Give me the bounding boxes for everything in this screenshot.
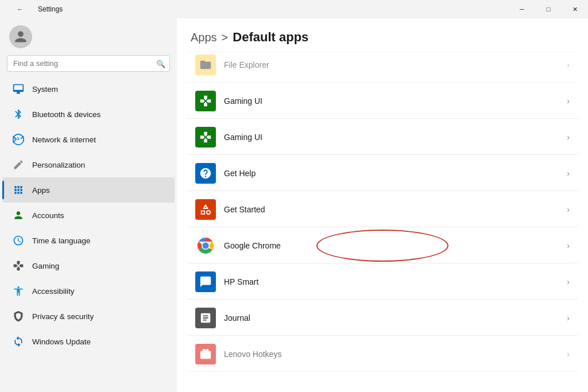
nav-list: SystemBluetooth & devicesNetwork & inter… (0, 76, 177, 354)
apps-icon (11, 183, 25, 197)
app-item-left-gethelp: Get Help (195, 163, 256, 184)
sidebar-item-system[interactable]: System (2, 76, 175, 102)
sidebar-item-accessibility[interactable]: Accessibility (2, 278, 175, 304)
page-title: Default apps (233, 30, 308, 45)
sidebar-item-bluetooth[interactable]: Bluetooth & devices (2, 102, 175, 127)
getstarted-app-icon (195, 199, 216, 220)
app-item-left-journal: Journal (195, 308, 250, 328)
personalization-icon (11, 158, 25, 172)
hpsmart-app-icon (195, 271, 216, 292)
sidebar-item-apps[interactable]: Apps (2, 177, 175, 203)
app-title: Settings (38, 5, 63, 13)
gaming-icon (11, 259, 25, 273)
gaming2-app-icon (195, 127, 216, 148)
sidebar-item-personalization[interactable]: Personalization (2, 152, 175, 177)
update-icon (11, 335, 25, 348)
app-name-getstarted: Get Started (224, 205, 265, 214)
sidebar-item-label-time: Time & language (32, 236, 91, 245)
titlebar: ← Settings ─ □ ✕ (0, 0, 588, 18)
app-name-gethelp: Get Help (224, 169, 256, 178)
bluetooth-icon (11, 107, 25, 121)
chrome-app-icon (195, 235, 216, 256)
app-item-gaming2[interactable]: Gaming UI › (186, 120, 579, 155)
chevron-right-hpsmart: › (567, 277, 570, 286)
sidebar-item-accounts[interactable]: Accounts (2, 203, 175, 228)
svg-point-3 (203, 243, 209, 249)
accessibility-icon (11, 284, 25, 298)
search-icon: 🔍 (156, 59, 165, 68)
sidebar-item-label-network: Network & internet (32, 135, 96, 144)
sidebar: 🔍 SystemBluetooth & devicesNetwork & int… (0, 18, 177, 392)
time-icon (11, 234, 25, 247)
chevron-right-gethelp: › (567, 169, 570, 178)
app-name-gaming1: Gaming UI (224, 96, 262, 106)
chevron-right-gaming1: › (567, 96, 570, 106)
sidebar-item-time[interactable]: Time & language (2, 228, 175, 253)
breadcrumb-separator: > (222, 31, 229, 44)
search-box[interactable]: 🔍 (7, 55, 170, 72)
content-area: Apps > Default apps File Explorer › Gami… (177, 18, 588, 392)
network-icon (11, 133, 25, 146)
sidebar-item-label-update: Windows Update (32, 337, 91, 346)
avatar-icon (14, 30, 28, 44)
app-name-hpsmart: HP Smart (224, 277, 258, 286)
sidebar-item-label-privacy: Privacy & security (32, 312, 94, 321)
app-item-left-getstarted: Get Started (195, 199, 265, 220)
chrome-highlight-oval (316, 230, 448, 262)
breadcrumb-parent[interactable]: Apps (191, 31, 217, 44)
sidebar-item-network[interactable]: Network & internet (2, 127, 175, 152)
avatar[interactable] (9, 25, 32, 48)
app-item-left: File Explorer (195, 55, 269, 75)
sidebar-item-update[interactable]: Windows Update (2, 329, 175, 354)
search-input[interactable] (7, 55, 170, 72)
chevron-right-journal: › (567, 313, 570, 323)
app-item-getstarted[interactable]: Get Started › (186, 192, 579, 227)
app-name-file-explorer: File Explorer (224, 60, 269, 69)
titlebar-left: ← Settings (7, 0, 63, 18)
window-controls: ─ □ ✕ (509, 0, 588, 18)
app-name-lenovo: Lenovo Hotkeys (224, 350, 281, 359)
sidebar-item-label-accessibility: Accessibility (32, 287, 75, 296)
app-item-left-gaming1: Gaming UI (195, 91, 262, 111)
app-name-gaming2: Gaming UI (224, 133, 262, 142)
minimize-button[interactable]: ─ (509, 0, 535, 18)
chevron-right-gaming2: › (567, 133, 570, 142)
sidebar-item-label-apps: Apps (32, 186, 50, 195)
app-name-journal: Journal (224, 313, 250, 323)
sidebar-item-privacy[interactable]: Privacy & security (2, 304, 175, 329)
sidebar-item-label-system: System (32, 85, 58, 94)
lenovo-app-icon (195, 344, 216, 364)
app-item-gethelp[interactable]: Get Help › (186, 156, 579, 191)
app-list: File Explorer › Gaming UI › Gaming UI › … (177, 52, 588, 372)
accounts-icon (11, 208, 25, 222)
sidebar-item-label-gaming: Gaming (32, 262, 59, 270)
gethelp-app-icon (195, 163, 216, 184)
app-item-file-explorer[interactable]: File Explorer › (186, 52, 579, 83)
maximize-button[interactable]: □ (535, 0, 562, 18)
app-item-left-gaming2: Gaming UI (195, 127, 262, 148)
chevron-right-file-explorer: › (567, 60, 570, 69)
app-name-chrome: Google Chrome (224, 241, 281, 250)
content-header: Apps > Default apps (177, 18, 588, 52)
back-button[interactable]: ← (7, 0, 33, 18)
app-item-chrome[interactable]: Google Chrome › (186, 228, 579, 263)
app-item-gaming1[interactable]: Gaming UI › (186, 84, 579, 119)
app-item-journal[interactable]: Journal › (186, 301, 579, 336)
privacy-icon (11, 309, 25, 323)
sidebar-item-gaming[interactable]: Gaming (2, 253, 175, 278)
main-layout: 🔍 SystemBluetooth & devicesNetwork & int… (0, 18, 588, 392)
sidebar-item-label-accounts: Accounts (32, 211, 64, 220)
chevron-right-chrome: › (567, 241, 570, 250)
system-icon (11, 82, 25, 96)
sidebar-item-label-bluetooth: Bluetooth & devices (32, 110, 100, 119)
chevron-right-getstarted: › (567, 205, 570, 214)
app-item-left-lenovo: Lenovo Hotkeys (195, 344, 281, 364)
gaming1-app-icon (195, 91, 216, 111)
app-item-left-hpsmart: HP Smart (195, 271, 258, 292)
app-item-lenovo[interactable]: Lenovo Hotkeys › (186, 337, 579, 372)
sidebar-item-label-personalization: Personalization (32, 161, 85, 169)
sidebar-header (0, 18, 177, 53)
app-item-left-chrome: Google Chrome (195, 235, 281, 256)
app-item-hpsmart[interactable]: HP Smart › (186, 265, 579, 300)
close-button[interactable]: ✕ (562, 0, 588, 18)
